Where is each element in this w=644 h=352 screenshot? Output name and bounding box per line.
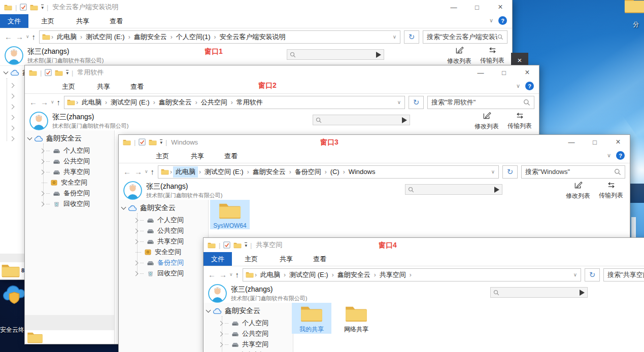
refresh-button[interactable]: ↻ — [585, 268, 600, 281]
scrollbar-track[interactable] — [25, 315, 114, 330]
breadcrumb-item[interactable]: (C) — [328, 167, 342, 177]
folder-tile-syswow64[interactable]: SysWOW64 — [210, 200, 250, 229]
tab-home[interactable]: 主页 — [54, 80, 83, 93]
back-icon[interactable]: ← — [5, 33, 12, 41]
search-icon[interactable] — [614, 168, 621, 175]
breadcrumb-item[interactable]: Windows — [346, 167, 378, 177]
qat-customize-icon[interactable]: ▾ — [41, 5, 44, 10]
tab-view[interactable]: 查看 — [123, 80, 151, 93]
tree-item-public-space[interactable]: 公共空间 — [40, 156, 90, 166]
tree-root[interactable]: 鑫朗安全云 — [28, 133, 82, 144]
address-bar[interactable]: › 此电脑 › 测试空间 (E:) › 鑫朗安全云 › 备份空间 › (C) ›… — [158, 165, 499, 179]
forward-icon[interactable]: → — [219, 271, 227, 278]
checkbox-icon[interactable] — [20, 4, 27, 11]
help-icon[interactable]: ? — [498, 16, 507, 25]
breadcrumb-item[interactable]: 测试空间 (E:) — [108, 97, 152, 108]
address-bar[interactable]: › 此电脑 › 测试空间 (E:) › 鑫朗安全云 › 公共空间 › 常用软件 … — [64, 96, 405, 109]
breadcrumb-item[interactable]: 测试空间 (E:) — [83, 31, 127, 43]
address-dropdown-icon[interactable]: ∨ — [393, 34, 397, 40]
tree-root[interactable]: 鑫朗安全云 — [207, 306, 260, 316]
quick-search-input[interactable] — [313, 115, 410, 125]
checkbox-icon[interactable] — [139, 138, 146, 146]
edit-list-button[interactable]: 修改列表 — [562, 181, 594, 200]
tab-file[interactable]: 文件 — [204, 252, 232, 266]
help-icon[interactable]: ? — [525, 82, 534, 90]
tree-item-backup-space[interactable]: 备份空间 — [40, 188, 90, 198]
edit-list-button[interactable]: 修改列表 — [443, 46, 476, 65]
ribbon-collapse-icon[interactable]: ∨ — [607, 152, 611, 159]
address-bar[interactable]: › 此电脑 › 测试空间 (E:) › 鑫朗安全云 › 个人空间(1) › 安全… — [39, 30, 400, 44]
go-icon[interactable] — [580, 290, 585, 296]
chevron-right-icon[interactable] — [40, 159, 45, 164]
breadcrumb-item[interactable]: 常用软件 — [234, 97, 265, 108]
breadcrumb-item[interactable]: 安全云客户端安装说明 — [217, 31, 288, 43]
tab-share[interactable]: 共享 — [272, 252, 300, 266]
back-icon[interactable]: ← — [208, 271, 216, 278]
maximize-button[interactable]: □ — [465, 0, 489, 14]
tree-item-personal-space[interactable]: 个人空间 — [40, 146, 90, 156]
tab-file[interactable]: 文件 — [0, 14, 28, 28]
quick-search-input[interactable] — [405, 184, 502, 195]
close-button[interactable]: × — [606, 135, 630, 149]
folder-icon[interactable] — [123, 139, 131, 146]
tab-share[interactable]: 共享 — [69, 14, 97, 28]
forward-icon[interactable]: → — [16, 33, 23, 41]
checkbox-icon[interactable] — [45, 69, 52, 76]
breadcrumb-item[interactable]: 鑫朗安全云 — [250, 166, 288, 178]
help-icon[interactable]: ? — [616, 151, 625, 160]
tree-item-security-space[interactable]: 安全空间 — [135, 247, 181, 257]
qat-customize-icon[interactable]: ▾ — [66, 70, 69, 75]
up-icon[interactable]: ↑ — [32, 33, 36, 41]
close-button[interactable]: × — [516, 65, 539, 80]
maximize-button[interactable]: □ — [583, 135, 606, 149]
address-dropdown-icon[interactable]: ∨ — [491, 169, 496, 174]
transfer-list-button[interactable]: 传输列表 — [476, 46, 509, 65]
breadcrumb-item[interactable]: 此电脑 — [79, 97, 104, 108]
titlebar[interactable]: | ▾ | 共享空间 窗口4 — □ × — [204, 238, 644, 252]
transfer-list-button[interactable]: 传输列表 — [595, 181, 627, 200]
breadcrumb-item[interactable]: 此电脑 — [54, 31, 79, 43]
tree-chevron[interactable] — [10, 112, 14, 122]
recent-locations-icon[interactable]: ∨ — [145, 169, 148, 174]
search-box[interactable]: 搜索"安全云客户端安装说明" — [423, 30, 507, 44]
maximize-button[interactable]: □ — [492, 65, 516, 80]
edit-list-button[interactable]: 修改列表 — [470, 111, 503, 131]
folder-icon[interactable] — [149, 139, 157, 146]
minimize-button[interactable]: — — [560, 135, 583, 149]
recent-locations-icon[interactable]: ∨ — [26, 34, 29, 39]
tab-share[interactable]: 共享 — [183, 149, 212, 163]
chevron-right-icon[interactable] — [218, 321, 223, 326]
tree-item-recycle-space[interactable]: 回收空间 — [134, 268, 184, 278]
minimize-button[interactable]: — — [469, 65, 492, 80]
chevron-right-icon[interactable] — [40, 148, 45, 153]
address-dropdown-icon[interactable]: ∨ — [397, 99, 402, 105]
back-icon[interactable]: ← — [29, 98, 37, 106]
folder-icon[interactable] — [27, 331, 43, 344]
forward-icon[interactable]: → — [134, 168, 142, 175]
tab-share[interactable]: 共享 — [89, 80, 118, 93]
chevron-right-icon[interactable] — [133, 218, 139, 223]
breadcrumb-item[interactable]: 此电脑 — [173, 166, 198, 178]
chevron-right-icon[interactable] — [133, 228, 139, 233]
tree-item-shared-space[interactable]: 共享空间 — [40, 167, 90, 177]
back-icon[interactable]: ← — [123, 168, 131, 175]
tab-home[interactable]: 主页 — [148, 149, 177, 163]
breadcrumb-item[interactable]: 此电脑 — [258, 269, 283, 280]
breadcrumb-item[interactable]: 鑫朗安全云 — [131, 31, 170, 43]
chevron-right-icon[interactable] — [40, 191, 45, 196]
recent-locations-icon[interactable]: ∨ — [51, 100, 54, 104]
tree-root[interactable]: 鑫朗安全云 — [122, 203, 176, 213]
tree-item-security-space[interactable]: 安全空间 — [42, 178, 87, 188]
tree-item-shared-space[interactable]: 共享空间 — [219, 339, 268, 349]
forward-icon[interactable]: → — [41, 98, 48, 106]
folder-tile-network-share[interactable]: 网络共享 — [336, 303, 376, 334]
transfer-list-button[interactable]: 传输列表 — [503, 111, 536, 130]
chevron-right-icon[interactable] — [133, 271, 139, 276]
tree-item-public-space[interactable]: 公共空间 — [219, 329, 268, 339]
tab-view[interactable]: 查看 — [217, 149, 245, 163]
chevron-right-icon[interactable] — [133, 239, 139, 244]
tree-item-shared-space[interactable]: 共享空间 — [134, 236, 184, 247]
go-icon[interactable] — [494, 187, 499, 193]
search-box[interactable]: 搜索"共享空间" — [603, 268, 644, 281]
chevron-down-icon[interactable] — [4, 69, 9, 75]
